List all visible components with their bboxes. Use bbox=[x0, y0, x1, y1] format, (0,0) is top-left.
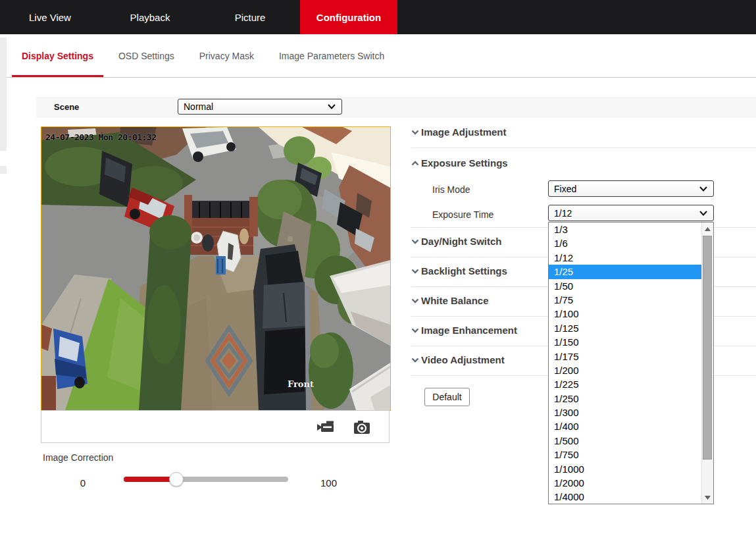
dropdown-option-highlighted[interactable]: 1/25 bbox=[549, 265, 702, 278]
chevron-up-icon bbox=[411, 161, 419, 166]
record-video-icon[interactable] bbox=[316, 420, 335, 435]
dropdown-option[interactable]: 1/1000 bbox=[549, 462, 702, 476]
triangle-up-icon bbox=[705, 227, 711, 231]
slider-max-label: 100 bbox=[320, 477, 337, 489]
iris-mode-value: Fixed bbox=[549, 184, 576, 194]
slider-min-label: 0 bbox=[66, 477, 86, 489]
scene-select[interactable]: Normal bbox=[178, 99, 342, 115]
dropdown-option[interactable]: 1/225 bbox=[549, 377, 702, 391]
dropdown-option[interactable]: 1/50 bbox=[549, 279, 702, 293]
slider-thumb[interactable] bbox=[169, 472, 184, 487]
dropdown-option[interactable]: 1/400 bbox=[549, 419, 702, 433]
image-correction-label: Image Correction bbox=[43, 452, 113, 463]
dropdown-scrollbar[interactable] bbox=[701, 223, 713, 504]
snapshot-icon[interactable] bbox=[353, 420, 372, 435]
section-backlight-settings[interactable]: Backlight Settings bbox=[411, 265, 507, 277]
dropdown-option[interactable]: 1/100 bbox=[549, 307, 702, 321]
osd-camera-name: Front bbox=[288, 379, 314, 389]
nav-live-view[interactable]: Live View bbox=[0, 0, 100, 34]
dropdown-option[interactable]: 1/150 bbox=[549, 335, 702, 349]
tab-osd-settings[interactable]: OSD Settings bbox=[109, 34, 184, 77]
dropdown-option[interactable]: 1/175 bbox=[549, 350, 702, 363]
scroll-down-button[interactable] bbox=[702, 491, 713, 504]
nav-configuration[interactable]: Configuration bbox=[300, 0, 397, 34]
dropdown-option[interactable]: 1/4000 bbox=[549, 490, 702, 504]
chevron-down-icon bbox=[699, 186, 707, 192]
exposure-time-label: Exposure Time bbox=[432, 209, 493, 220]
street-scene-image bbox=[41, 127, 390, 410]
dropdown-option[interactable]: 1/200 bbox=[549, 363, 702, 377]
tab-image-parameters-switch[interactable]: Image Parameters Switch bbox=[269, 34, 394, 77]
section-exposure-settings[interactable]: Exposure Settings bbox=[411, 157, 508, 169]
default-button[interactable]: Default bbox=[424, 388, 470, 406]
iris-mode-select[interactable]: Fixed bbox=[548, 180, 714, 197]
chevron-down-icon bbox=[411, 239, 419, 244]
left-edge-strip bbox=[0, 38, 7, 151]
chevron-down-icon bbox=[411, 130, 419, 135]
section-title: Image Enhancement bbox=[421, 325, 517, 336]
dropdown-option[interactable]: 1/750 bbox=[549, 448, 702, 462]
chevron-down-icon bbox=[411, 328, 419, 333]
tab-privacy-mask[interactable]: Privacy Mask bbox=[189, 34, 264, 77]
dropdown-option[interactable]: 1/250 bbox=[549, 392, 702, 406]
scene-label: Scene bbox=[54, 102, 79, 112]
triangle-down-icon bbox=[705, 496, 711, 500]
main-nav: Live View Playback Picture Configuration bbox=[0, 0, 756, 34]
chevron-down-icon bbox=[411, 269, 419, 274]
image-correction-slider[interactable] bbox=[124, 477, 288, 482]
scene-row bbox=[36, 97, 756, 118]
dropdown-option[interactable]: 1/75 bbox=[549, 293, 702, 307]
section-image-enhancement[interactable]: Image Enhancement bbox=[411, 325, 517, 336]
exposure-time-dropdown: 1/3 1/6 1/12 1/25 1/50 1/75 1/100 1/125 … bbox=[548, 222, 714, 504]
iris-mode-label: Iris Mode bbox=[432, 184, 470, 195]
nav-picture[interactable]: Picture bbox=[200, 0, 300, 34]
exposure-time-value: 1/12 bbox=[549, 208, 572, 219]
dropdown-options: 1/3 1/6 1/12 1/25 1/50 1/75 1/100 1/125 … bbox=[549, 223, 702, 504]
section-white-balance[interactable]: White Balance bbox=[411, 295, 489, 306]
exposure-time-select[interactable]: 1/12 bbox=[548, 205, 714, 221]
dropdown-option[interactable]: 1/125 bbox=[549, 321, 702, 335]
chevron-down-icon bbox=[411, 298, 419, 304]
dropdown-option[interactable]: 1/300 bbox=[549, 406, 702, 419]
settings-tabbar: Display Settings OSD Settings Privacy Ma… bbox=[0, 34, 756, 78]
section-title: Video Adjustment bbox=[421, 354, 505, 365]
dropdown-option[interactable]: 1/2000 bbox=[549, 476, 702, 490]
dropdown-option[interactable]: 1/6 bbox=[549, 236, 702, 250]
dropdown-option[interactable]: 1/500 bbox=[549, 434, 702, 448]
tab-display-settings[interactable]: Display Settings bbox=[12, 34, 103, 77]
scroll-up-button[interactable] bbox=[702, 223, 713, 235]
slider-fill bbox=[124, 477, 176, 482]
live-preview: 24-07-2023 Mon 20:01:32 Front bbox=[41, 126, 391, 411]
chevron-down-icon bbox=[328, 104, 336, 109]
section-title: Image Adjustment bbox=[421, 126, 506, 138]
nav-playback[interactable]: Playback bbox=[100, 0, 200, 34]
left-edge-strip-small bbox=[0, 166, 7, 174]
scene-select-value: Normal bbox=[178, 101, 213, 112]
section-title: White Balance bbox=[421, 295, 489, 306]
chevron-down-icon bbox=[699, 211, 707, 216]
section-title: Backlight Settings bbox=[421, 265, 507, 277]
section-image-adjustment[interactable]: Image Adjustment bbox=[411, 126, 506, 138]
dropdown-option[interactable]: 1/3 bbox=[549, 223, 702, 236]
scrollbar-thumb[interactable] bbox=[703, 236, 712, 460]
osd-timestamp: 24-07-2023 Mon 20:01:32 bbox=[45, 132, 157, 142]
chevron-down-icon bbox=[411, 357, 419, 363]
divider bbox=[411, 147, 756, 148]
section-day-night-switch[interactable]: Day/Night Switch bbox=[411, 236, 502, 247]
section-title: Day/Night Switch bbox=[421, 236, 502, 247]
preview-toolbar bbox=[41, 410, 390, 443]
dropdown-option[interactable]: 1/12 bbox=[549, 251, 702, 265]
section-title: Exposure Settings bbox=[421, 157, 508, 169]
section-video-adjustment[interactable]: Video Adjustment bbox=[411, 354, 505, 365]
